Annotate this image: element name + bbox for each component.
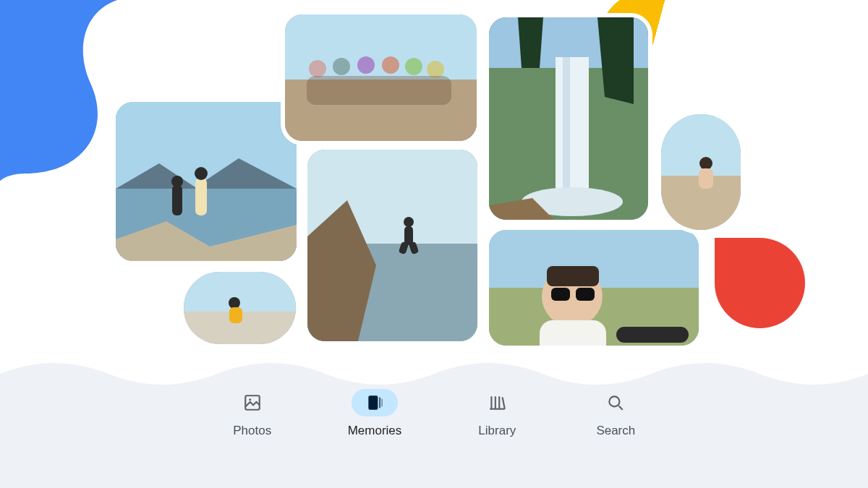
photo-selfie[interactable] [489,230,699,346]
photo-waterfall[interactable] [489,17,648,220]
svg-rect-16 [307,76,451,105]
photo-sitting-rock[interactable] [661,114,741,230]
svg-rect-6 [195,178,207,215]
photo-cliff-jump[interactable] [307,150,477,341]
svg-rect-28 [556,57,589,202]
svg-point-13 [382,56,399,74]
svg-point-15 [427,61,444,78]
svg-rect-35 [547,266,599,286]
svg-rect-51 [379,397,380,408]
svg-point-5 [171,176,183,187]
svg-rect-47 [699,168,713,189]
svg-rect-52 [381,399,383,407]
svg-rect-36 [551,288,570,301]
search-icon [592,389,639,416]
memories-icon [352,389,398,416]
svg-point-14 [405,58,422,75]
nav-item-memories[interactable]: Memories [348,389,402,438]
bottom-nav: Photos Memories [0,389,868,438]
svg-point-10 [309,60,326,77]
svg-rect-29 [563,57,570,202]
svg-rect-39 [616,327,689,343]
svg-rect-40 [184,272,296,312]
svg-line-59 [619,406,623,409]
library-icon [474,389,520,416]
svg-rect-50 [368,395,378,410]
svg-point-46 [699,157,712,170]
nav-item-search[interactable]: Search [592,389,639,438]
svg-rect-43 [229,307,242,323]
photo-sitting-small[interactable] [184,272,296,344]
svg-rect-21 [404,226,413,245]
svg-rect-37 [576,288,595,301]
svg-point-58 [610,396,620,406]
svg-rect-38 [540,320,606,346]
svg-point-42 [229,297,240,309]
photo-lake-standing[interactable] [116,102,297,261]
svg-point-7 [195,167,208,180]
nav-item-photos[interactable]: Photos [229,389,276,438]
svg-marker-26 [518,17,543,68]
svg-point-12 [357,56,375,74]
svg-point-11 [333,58,350,75]
decor-drop-red [715,238,805,328]
svg-point-49 [249,398,251,401]
svg-rect-4 [172,185,182,215]
decor-wave [0,359,868,388]
nav-item-library[interactable]: Library [474,389,520,438]
svg-point-20 [404,217,414,227]
nav-label: Search [596,424,635,438]
nav-label: Memories [348,424,402,438]
nav-label: Library [478,424,516,438]
nav-label: Photos [233,424,271,438]
image-icon [229,389,276,416]
svg-line-56 [503,397,505,408]
photo-group-rocks[interactable] [285,14,477,141]
